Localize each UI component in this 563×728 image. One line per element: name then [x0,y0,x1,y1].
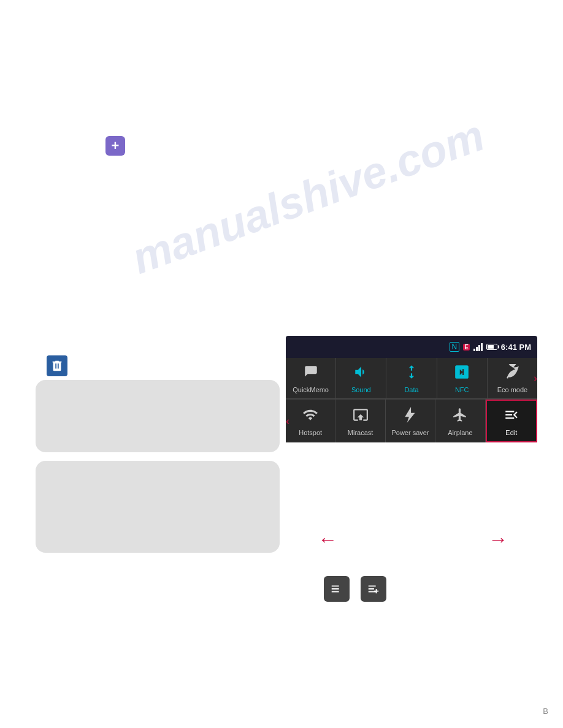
watermark: manualshive.com [125,110,491,284]
swipe-left-arrow: ← [318,528,337,551]
hotspot-label: Hotspot [299,429,322,436]
chevron-right-icon: › [534,372,537,385]
nfc-tile[interactable]: NFC [437,358,488,398]
bottom-icons-row [324,576,386,602]
signal-strength-icon [473,343,483,351]
edit-tile[interactable]: Edit [486,400,537,442]
ecomode-icon [504,364,520,384]
e-badge: E [463,344,470,351]
quick-settings-row-1: QuickMemo Sound Data [286,358,537,399]
nfc-label: NFC [455,386,469,393]
swipe-right-arrow: → [488,528,508,551]
airplane-label: Airplane [448,429,472,436]
airplane-icon [452,407,468,427]
list-icon-box [324,576,350,602]
clock: 6:41 PM [501,343,531,352]
hotspot-icon [302,407,318,427]
powersaver-tile[interactable]: Power saver [386,400,435,442]
miracast-icon [353,407,369,427]
ecomode-tile[interactable]: Eco mode › [488,358,537,398]
powersaver-label: Power saver [391,429,429,436]
sound-label: Sound [351,386,371,393]
sound-icon [353,364,369,384]
ecomode-label: Eco mode [497,386,528,393]
hotspot-tile[interactable]: ‹ Hotspot [286,400,335,442]
chevron-left-icon: ‹ [286,415,289,428]
quickmemo-label: QuickMemo [293,386,329,393]
airplane-tile[interactable]: Airplane [435,400,485,442]
page-number: B [543,707,548,716]
nfc-status-badge: N [450,342,460,352]
list-add-icon-box [361,576,386,602]
swipe-arrows: ← → [318,528,508,551]
miracast-tile[interactable]: Miracast [335,400,385,442]
content-panel-1 [36,380,280,452]
quickmemo-tile[interactable]: QuickMemo [286,358,336,398]
quick-settings-row-2: ‹ Hotspot Miracast Powe [286,399,537,442]
data-tile[interactable]: Data [386,358,437,398]
quickmemo-icon [303,364,319,384]
content-panel-2 [36,461,280,553]
add-button[interactable]: + [105,136,125,156]
plus-icon[interactable]: + [105,136,125,156]
battery-icon [486,344,497,350]
data-icon [404,364,419,384]
edit-label: Edit [505,429,517,436]
trash-button[interactable] [47,355,67,376]
edit-icon [504,407,519,427]
nfc-icon [454,364,470,384]
powersaver-icon [402,407,418,427]
sound-tile[interactable]: Sound [336,358,386,398]
phone-ui-panel: N E 6:41 PM QuickMemo [286,336,537,442]
data-label: Data [404,386,418,393]
trash-icon[interactable] [47,355,67,376]
miracast-label: Miracast [348,429,373,436]
status-bar: N E 6:41 PM [286,336,537,358]
